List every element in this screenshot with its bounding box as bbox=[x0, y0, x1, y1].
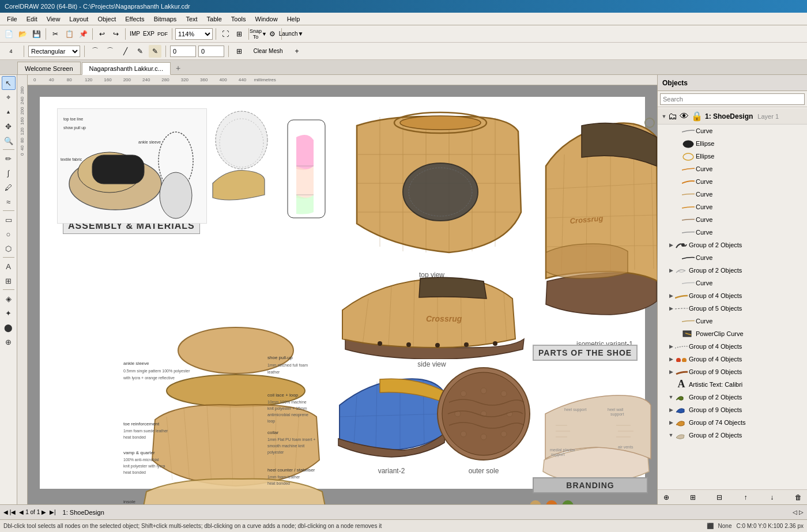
expand-icon[interactable]: ◁ ▷ bbox=[793, 509, 804, 515]
node-shape-btn5[interactable]: ✎ bbox=[149, 45, 161, 58]
tree-item-curve1[interactable]: Curve bbox=[658, 124, 807, 137]
obj-down-btn[interactable]: ↓ bbox=[765, 492, 778, 503]
obj-ungroup-btn[interactable]: ⊟ bbox=[713, 492, 726, 503]
export-btn[interactable]: EXP bbox=[142, 28, 155, 40]
layer-arrow[interactable]: ▼ bbox=[660, 112, 668, 120]
obj-group-btn[interactable]: ⊞ bbox=[687, 492, 699, 503]
x-value-input[interactable] bbox=[170, 46, 196, 57]
tree-item-powerclip[interactable]: PowerClip Curve bbox=[658, 327, 807, 340]
undo-btn[interactable]: ↩ bbox=[96, 28, 108, 40]
group2c-arrow[interactable]: ▼ bbox=[667, 393, 675, 401]
smart-tool[interactable]: ⊕ bbox=[2, 335, 16, 349]
pick-tool[interactable]: ⌖ bbox=[2, 90, 16, 104]
polygon-tool[interactable]: ⬡ bbox=[2, 242, 16, 255]
smear-tool[interactable]: ≈ bbox=[2, 195, 16, 209]
menu-tools[interactable]: Tools bbox=[227, 14, 251, 24]
tree-item-group2b[interactable]: ▶ Group of 2 Objects bbox=[658, 264, 807, 277]
rect-tool[interactable]: ▭ bbox=[2, 213, 16, 227]
menu-window[interactable]: Window bbox=[251, 14, 282, 24]
import-btn[interactable]: IMP bbox=[129, 28, 141, 40]
menu-text[interactable]: Text bbox=[181, 14, 202, 24]
tree-item-text[interactable]: A Artistic Text: Calibri bbox=[658, 378, 807, 391]
open-btn[interactable]: 📂 bbox=[16, 28, 29, 40]
tree-item-group4b[interactable]: ▶ Group of 4 Objects bbox=[658, 340, 807, 353]
menu-view[interactable]: View bbox=[42, 14, 65, 24]
shape-select[interactable]: Rectangular bbox=[28, 46, 80, 57]
artpen-tool[interactable]: 🖊 bbox=[2, 180, 16, 194]
tree-item-group2a[interactable]: ▶ Group of 2 Objects bbox=[658, 239, 807, 251]
text-tool[interactable]: A bbox=[2, 259, 16, 273]
full-screen-btn[interactable]: ⛶ bbox=[219, 28, 232, 40]
new-layer-btn[interactable]: ⊕ bbox=[660, 492, 673, 503]
tab-document[interactable]: Nagaprashanth Lakkur.c... bbox=[82, 62, 171, 75]
zoom-select[interactable]: 114% 100% 75% bbox=[175, 28, 213, 40]
paste-btn[interactable]: 📌 bbox=[77, 28, 89, 40]
group4b-arrow[interactable]: ▶ bbox=[667, 342, 675, 350]
tree-item-curve10[interactable]: Curve bbox=[658, 315, 807, 327]
tree-item-group4a[interactable]: ▶ Group of 4 Objects bbox=[658, 289, 807, 302]
tab-add-btn[interactable]: + bbox=[172, 62, 184, 74]
group74-arrow[interactable]: ▶ bbox=[667, 418, 675, 427]
zoom-tool[interactable]: 🔍 bbox=[2, 134, 16, 148]
select-tool[interactable]: ↖ bbox=[2, 76, 16, 90]
tree-item-ellipse1[interactable]: Ellipse bbox=[658, 137, 807, 150]
node-shape-btn3[interactable]: ╱ bbox=[119, 45, 131, 58]
group4a-arrow[interactable]: ▶ bbox=[667, 292, 675, 300]
group2a-arrow[interactable]: ▶ bbox=[667, 241, 675, 249]
node-shape-btn2[interactable]: ⌒ bbox=[104, 45, 116, 58]
snap-btn[interactable]: Snap To ▼ bbox=[252, 28, 265, 40]
group2b-arrow[interactable]: ▶ bbox=[667, 266, 675, 274]
launch-btn[interactable]: Launch ▼ bbox=[285, 28, 297, 40]
obj-delete-btn[interactable]: 🗑 bbox=[792, 492, 805, 503]
node-shape-btn1[interactable]: ⌒ bbox=[89, 45, 101, 58]
menu-effects[interactable]: Effects bbox=[120, 14, 149, 24]
fill-tool[interactable]: ◈ bbox=[2, 292, 16, 305]
menu-bitmaps[interactable]: Bitmaps bbox=[149, 14, 182, 24]
tree-item-group4c[interactable]: ▶ Group of 4 Objects bbox=[658, 353, 807, 365]
tree-item-group2c[interactable]: ▼ Group of 2 Objects bbox=[658, 391, 807, 403]
tree-item-ellipse2[interactable]: Ellipse bbox=[658, 150, 807, 163]
menu-object[interactable]: Object bbox=[93, 14, 120, 24]
menu-layout[interactable]: Layout bbox=[65, 14, 93, 24]
group4c-arrow[interactable]: ▶ bbox=[667, 355, 675, 363]
grid-btn[interactable]: ⊞ bbox=[233, 28, 246, 40]
node-shape-btn4[interactable]: ✎ bbox=[134, 45, 146, 58]
color-eyedropper[interactable]: ✦ bbox=[2, 306, 16, 320]
obj-up-btn[interactable]: ↑ bbox=[739, 492, 752, 503]
menu-file[interactable]: File bbox=[2, 14, 22, 24]
group9a-arrow[interactable]: ▶ bbox=[667, 368, 675, 376]
mesh-clear-btn[interactable]: Clear Mesh bbox=[248, 45, 288, 58]
table-tool[interactable]: ⊞ bbox=[2, 274, 16, 288]
save-btn[interactable]: 💾 bbox=[30, 28, 43, 40]
pdf-btn[interactable]: PDF bbox=[156, 28, 169, 40]
prop-new-btn[interactable]: 4 bbox=[2, 45, 20, 58]
tree-item-group9a[interactable]: ▶ Group of 9 Objects bbox=[658, 365, 807, 378]
new-btn[interactable]: 📄 bbox=[2, 28, 15, 40]
edit-nodes-btn[interactable]: ⊞ bbox=[233, 45, 246, 58]
menu-help[interactable]: Help bbox=[282, 14, 305, 24]
tree-item-curve4[interactable]: Curve bbox=[658, 188, 807, 201]
group9b-arrow[interactable]: ▶ bbox=[667, 406, 675, 414]
bezier-tool[interactable]: ∫ bbox=[2, 166, 16, 180]
interactive-fill[interactable]: ⬤ bbox=[2, 320, 16, 334]
tree-item-curve6[interactable]: Curve bbox=[658, 213, 807, 226]
freehand-tool[interactable]: ✏ bbox=[2, 152, 16, 165]
tree-item-curve5[interactable]: Curve bbox=[658, 201, 807, 213]
canvas-scroll-container[interactable]: ASSEMBLY & MATERIALS top toe line show p… bbox=[28, 85, 657, 504]
tab-welcome[interactable]: Welcome Screen bbox=[17, 62, 81, 74]
group2d-arrow[interactable]: ▼ bbox=[667, 431, 675, 439]
tree-item-curve9[interactable]: Curve bbox=[658, 277, 807, 289]
tree-item-curve2[interactable]: Curve bbox=[658, 163, 807, 175]
ellipse-tool[interactable]: ○ bbox=[2, 227, 16, 241]
tree-item-group74[interactable]: ▶ Group of 74 Objects bbox=[658, 416, 807, 429]
tree-item-curve7[interactable]: Curve bbox=[658, 226, 807, 239]
tree-item-group2d[interactable]: ▼ Group of 2 Objects bbox=[658, 429, 807, 442]
menu-table[interactable]: Table bbox=[202, 14, 227, 24]
tree-item-group5[interactable]: ▶ Group of 5 Objects bbox=[658, 302, 807, 315]
settings-btn[interactable]: ⚙ bbox=[266, 28, 278, 40]
copy-btn[interactable]: 📋 bbox=[63, 28, 76, 40]
add-mesh-btn[interactable]: + bbox=[291, 45, 303, 58]
objects-search-input[interactable] bbox=[660, 93, 805, 105]
group5-arrow[interactable]: ▶ bbox=[667, 304, 675, 312]
node-tool[interactable]: ▲ bbox=[2, 105, 16, 119]
